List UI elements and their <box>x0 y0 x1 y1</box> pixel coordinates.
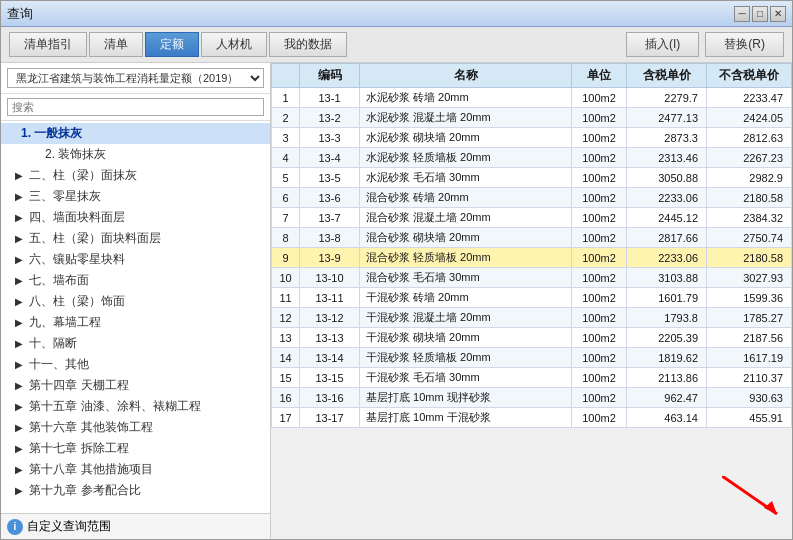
cell-notax-price: 2233.47 <box>707 88 792 108</box>
right-panel: 编码 名称 单位 含税单价 不含税单价 1 13-1 水泥砂浆 砖墙 20mm … <box>271 63 792 539</box>
search-input[interactable] <box>7 98 264 116</box>
cell-tax-price: 2477.13 <box>627 108 707 128</box>
tab-qingdan-zhiyin[interactable]: 清单指引 <box>9 32 87 57</box>
tab-ding-e[interactable]: 定额 <box>145 32 199 57</box>
info-icon: i <box>7 519 23 535</box>
cell-code: 13-14 <box>300 348 360 368</box>
cell-no: 3 <box>272 128 300 148</box>
cell-name: 干混砂浆 混凝土墙 20mm <box>360 308 572 328</box>
table-row[interactable]: 5 13-5 水泥砂浆 毛石墙 30mm 100m2 3050.88 2982.… <box>272 168 792 188</box>
table-row[interactable]: 10 13-10 混合砂浆 毛石墙 30mm 100m2 3103.88 302… <box>272 268 792 288</box>
cell-unit: 100m2 <box>572 348 627 368</box>
tree-item-12[interactable]: ▶ 十一、其他 <box>1 354 270 375</box>
data-table: 编码 名称 单位 含税单价 不含税单价 1 13-1 水泥砂浆 砖墙 20mm … <box>271 63 792 428</box>
cell-notax-price: 2750.74 <box>707 228 792 248</box>
tree-item-18[interactable]: ▶ 第十九章 参考配合比 <box>1 480 270 501</box>
tree-item-9[interactable]: ▶ 八、柱（梁）饰面 <box>1 291 270 312</box>
cell-tax-price: 3050.88 <box>627 168 707 188</box>
close-button[interactable]: ✕ <box>770 6 786 22</box>
cell-name: 混合砂浆 混凝土墙 20mm <box>360 208 572 228</box>
cell-notax-price: 455.91 <box>707 408 792 428</box>
col-tax-price: 含税单价 <box>627 64 707 88</box>
quota-dropdown[interactable]: 黑龙江省建筑与装饰工程消耗量定额（2019） <box>7 68 264 88</box>
cell-no: 12 <box>272 308 300 328</box>
tab-qingdan[interactable]: 清单 <box>89 32 143 57</box>
tab-rencaiji[interactable]: 人材机 <box>201 32 267 57</box>
replace-button[interactable]: 替换(R) <box>705 32 784 57</box>
cell-no: 5 <box>272 168 300 188</box>
cell-unit: 100m2 <box>572 328 627 348</box>
cell-code: 13-17 <box>300 408 360 428</box>
cell-notax-price: 930.63 <box>707 388 792 408</box>
cell-no: 7 <box>272 208 300 228</box>
cell-unit: 100m2 <box>572 188 627 208</box>
table-row[interactable]: 4 13-4 水泥砂浆 轻质墙板 20mm 100m2 2313.46 2267… <box>272 148 792 168</box>
tree-item-3[interactable]: ▶ 二、柱（梁）面抹灰 <box>1 165 270 186</box>
table-row[interactable]: 13 13-13 干混砂浆 砌块墙 20mm 100m2 2205.39 218… <box>272 328 792 348</box>
cell-tax-price: 2445.12 <box>627 208 707 228</box>
tree-item-13[interactable]: ▶ 第十四章 天棚工程 <box>1 375 270 396</box>
col-unit: 单位 <box>572 64 627 88</box>
maximize-button[interactable]: □ <box>752 6 768 22</box>
cell-code: 13-13 <box>300 328 360 348</box>
table-row[interactable]: 14 13-14 干混砂浆 轻质墙板 20mm 100m2 1819.62 16… <box>272 348 792 368</box>
table-row[interactable]: 7 13-7 混合砂浆 混凝土墙 20mm 100m2 2445.12 2384… <box>272 208 792 228</box>
cell-notax-price: 3027.93 <box>707 268 792 288</box>
table-row[interactable]: 17 13-17 基层打底 10mm 干混砂浆 100m2 463.14 455… <box>272 408 792 428</box>
main-content: 黑龙江省建筑与装饰工程消耗量定额（2019） 1. 一般抹灰 2. 装饰抹灰 ▶… <box>1 63 792 539</box>
col-no <box>272 64 300 88</box>
cell-name: 混合砂浆 砌块墙 20mm <box>360 228 572 248</box>
title-controls: ─ □ ✕ <box>734 6 786 22</box>
cell-tax-price: 2205.39 <box>627 328 707 348</box>
table-row[interactable]: 11 13-11 干混砂浆 砖墙 20mm 100m2 1601.79 1599… <box>272 288 792 308</box>
cell-notax-price: 1785.27 <box>707 308 792 328</box>
insert-button[interactable]: 插入(I) <box>626 32 699 57</box>
table-row[interactable]: 16 13-16 基层打底 10mm 现拌砂浆 100m2 962.47 930… <box>272 388 792 408</box>
table-row[interactable]: 9 13-9 混合砂浆 轻质墙板 20mm 100m2 2233.06 2180… <box>272 248 792 268</box>
custom-query-range[interactable]: i 自定义查询范围 <box>1 513 270 539</box>
tree-item-17[interactable]: ▶ 第十八章 其他措施项目 <box>1 459 270 480</box>
cell-tax-price: 2233.06 <box>627 188 707 208</box>
tree-item-4[interactable]: ▶ 三、零星抹灰 <box>1 186 270 207</box>
dropdown-area: 黑龙江省建筑与装饰工程消耗量定额（2019） <box>1 63 270 94</box>
col-notax-price: 不含税单价 <box>707 64 792 88</box>
cell-tax-price: 3103.88 <box>627 268 707 288</box>
cell-unit: 100m2 <box>572 228 627 248</box>
tree-item-7[interactable]: ▶ 六、镶贴零星块料 <box>1 249 270 270</box>
cell-code: 13-12 <box>300 308 360 328</box>
tab-my-data[interactable]: 我的数据 <box>269 32 347 57</box>
table-row[interactable]: 3 13-3 水泥砂浆 砌块墙 20mm 100m2 2873.3 2812.6… <box>272 128 792 148</box>
table-container[interactable]: 编码 名称 单位 含税单价 不含税单价 1 13-1 水泥砂浆 砖墙 20mm … <box>271 63 792 539</box>
cell-code: 13-11 <box>300 288 360 308</box>
cell-name: 干混砂浆 毛石墙 30mm <box>360 368 572 388</box>
action-buttons: 插入(I) 替换(R) <box>626 32 784 57</box>
tree-item-1[interactable]: 1. 一般抹灰 <box>1 123 270 144</box>
table-row[interactable]: 2 13-2 水泥砂浆 混凝土墙 20mm 100m2 2477.13 2424… <box>272 108 792 128</box>
table-row[interactable]: 15 13-15 干混砂浆 毛石墙 30mm 100m2 2113.86 211… <box>272 368 792 388</box>
cell-tax-price: 2233.06 <box>627 248 707 268</box>
table-row[interactable]: 12 13-12 干混砂浆 混凝土墙 20mm 100m2 1793.8 178… <box>272 308 792 328</box>
tree-item-8[interactable]: ▶ 七、墙布面 <box>1 270 270 291</box>
tree-item-6[interactable]: ▶ 五、柱（梁）面块料面层 <box>1 228 270 249</box>
tree-item-16[interactable]: ▶ 第十七章 拆除工程 <box>1 438 270 459</box>
table-row[interactable]: 6 13-6 混合砂浆 砖墙 20mm 100m2 2233.06 2180.5… <box>272 188 792 208</box>
cell-unit: 100m2 <box>572 388 627 408</box>
cell-name: 水泥砂浆 砖墙 20mm <box>360 88 572 108</box>
cell-no: 2 <box>272 108 300 128</box>
tree-item-15[interactable]: ▶ 第十六章 其他装饰工程 <box>1 417 270 438</box>
cell-notax-price: 2110.37 <box>707 368 792 388</box>
cell-name: 干混砂浆 砌块墙 20mm <box>360 328 572 348</box>
cell-name: 混合砂浆 毛石墙 30mm <box>360 268 572 288</box>
cell-tax-price: 1793.8 <box>627 308 707 328</box>
tree-item-10[interactable]: ▶ 九、幕墙工程 <box>1 312 270 333</box>
cell-name: 水泥砂浆 混凝土墙 20mm <box>360 108 572 128</box>
cell-code: 13-16 <box>300 388 360 408</box>
tree-item-2[interactable]: 2. 装饰抹灰 <box>1 144 270 165</box>
tree-item-14[interactable]: ▶ 第十五章 油漆、涂料、裱糊工程 <box>1 396 270 417</box>
tree-item-11[interactable]: ▶ 十、隔断 <box>1 333 270 354</box>
minimize-button[interactable]: ─ <box>734 6 750 22</box>
table-row[interactable]: 1 13-1 水泥砂浆 砖墙 20mm 100m2 2279.7 2233.47 <box>272 88 792 108</box>
tree-item-5[interactable]: ▶ 四、墙面块料面层 <box>1 207 270 228</box>
table-row[interactable]: 8 13-8 混合砂浆 砌块墙 20mm 100m2 2817.66 2750.… <box>272 228 792 248</box>
cell-code: 13-8 <box>300 228 360 248</box>
